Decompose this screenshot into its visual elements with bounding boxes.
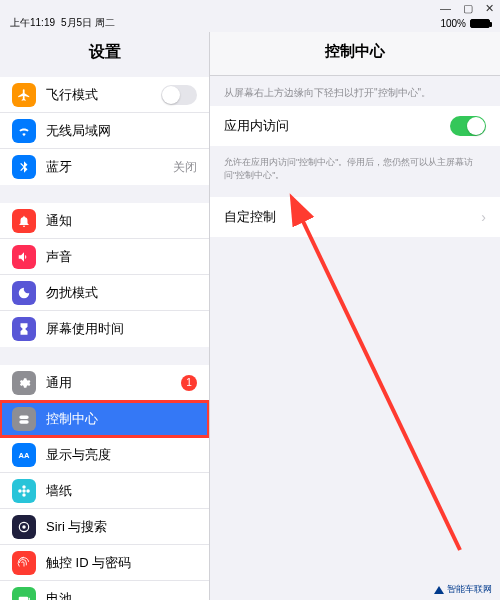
sidebar-item-label: 声音 [46,248,197,266]
airplane-switch[interactable] [161,85,197,105]
badge: 1 [181,375,197,391]
battery-icon [470,19,490,28]
sidebar-title: 设置 [0,32,209,77]
battery-icon [12,587,36,601]
row-label: 自定控制 [224,208,481,226]
sidebar-item-label: 通知 [46,212,197,230]
hourglass-icon [12,317,36,341]
sidebar-item-label: Siri 与搜索 [46,518,197,536]
svg-rect-8 [19,596,28,600]
status-time: 上午11:19 [10,16,55,30]
sidebar-item-bluetooth[interactable]: 蓝牙关闭 [0,149,209,185]
battery-percent: 100% [440,18,466,29]
sidebar-item-speaker[interactable]: 声音 [0,239,209,275]
svg-rect-9 [29,597,30,599]
maximize-icon[interactable]: ▢ [463,2,473,15]
sidebar-item-airplane[interactable]: 飞行模式 [0,77,209,113]
row-customize-controls[interactable]: 自定控制 › [210,197,500,237]
sidebar-item-touchid[interactable]: 触控 ID 与密码 [0,545,209,581]
trailing-text: 关闭 [173,159,197,176]
speaker-icon [12,245,36,269]
sidebar-item-label: 屏幕使用时间 [46,320,197,338]
sidebar-item-label: 飞行模式 [46,86,161,104]
svg-point-3 [22,493,26,497]
detail-title: 控制中心 [210,32,500,76]
sidebar-item-label: 无线局域网 [46,122,197,140]
svg-point-7 [22,525,26,529]
wifi-icon [12,119,36,143]
sidebar-item-gear[interactable]: 通用1 [0,365,209,401]
siri-icon [12,515,36,539]
window-controls: — ▢ ✕ [440,2,494,15]
chevron-right-icon: › [481,209,486,225]
sidebar-item-flower[interactable]: 墙纸 [0,473,209,509]
airplane-icon [12,83,36,107]
sidebar-item-hourglass[interactable]: 屏幕使用时间 [0,311,209,347]
hint-in-app: 允许在应用内访问"控制中心"。停用后，您仍然可以从主屏幕访问"控制中心"。 [210,152,500,197]
watermark: 智能车联网 [434,583,492,596]
svg-text:AA: AA [19,450,30,459]
svg-point-5 [26,489,30,493]
sidebar-item-label: 电池 [46,590,197,601]
svg-point-2 [22,485,26,489]
settings-sidebar: 设置 飞行模式无线局域网蓝牙关闭通知声音勿扰模式屏幕使用时间通用1控制中心AA显… [0,32,210,600]
row-in-app-access[interactable]: 应用内访问 [210,106,500,146]
flower-icon [12,479,36,503]
sidebar-item-label: 通用 [46,374,181,392]
sidebar-item-toggles[interactable]: 控制中心 [0,401,209,437]
status-bar: 上午11:19 5月5日 周二 100% [0,14,500,32]
hint-top: 从屏幕右上方边缘向下轻扫以打开"控制中心"。 [210,76,500,106]
close-icon[interactable]: ✕ [485,2,494,15]
sidebar-item-label: 蓝牙 [46,158,173,176]
sidebar-item-aa[interactable]: AA显示与亮度 [0,437,209,473]
in-app-access-switch[interactable] [450,116,486,136]
bluetooth-icon [12,155,36,179]
sidebar-item-label: 触控 ID 与密码 [46,554,197,572]
row-label: 应用内访问 [224,117,450,135]
bell-icon [12,209,36,233]
sidebar-item-label: 显示与亮度 [46,446,197,464]
sidebar-item-label: 墙纸 [46,482,197,500]
moon-icon [12,281,36,305]
status-date: 5月5日 周二 [61,16,115,30]
gear-icon [12,371,36,395]
touchid-icon [12,551,36,575]
toggles-icon [12,407,36,431]
svg-point-4 [18,489,22,493]
sidebar-item-bell[interactable]: 通知 [0,203,209,239]
detail-pane: 控制中心 从屏幕右上方边缘向下轻扫以打开"控制中心"。 应用内访问 允许在应用内… [210,32,500,600]
sidebar-item-label: 控制中心 [46,410,197,428]
sidebar-item-siri[interactable]: Siri 与搜索 [0,509,209,545]
svg-point-1 [22,489,26,493]
minimize-icon[interactable]: — [440,2,451,15]
sidebar-item-battery[interactable]: 电池 [0,581,209,600]
sidebar-item-wifi[interactable]: 无线局域网 [0,113,209,149]
sidebar-item-moon[interactable]: 勿扰模式 [0,275,209,311]
aa-icon: AA [12,443,36,467]
sidebar-item-label: 勿扰模式 [46,284,197,302]
